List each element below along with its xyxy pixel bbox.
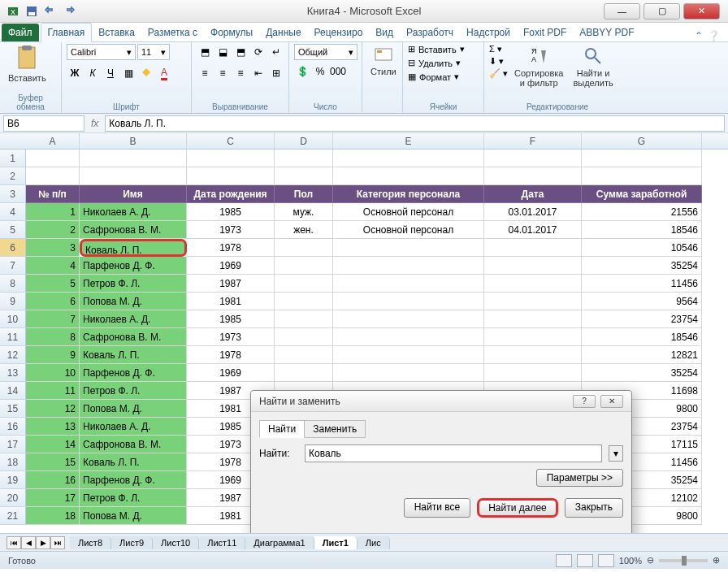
font-name-combo[interactable]: Calibri▾ <box>67 44 136 60</box>
sheet-tab[interactable]: Лист10 <box>153 536 199 549</box>
data-cell[interactable]: 1973 <box>187 328 275 346</box>
data-cell[interactable]: Сафронова В. М. <box>80 436 187 453</box>
help-icon[interactable]: ❔ <box>708 30 720 41</box>
row-header[interactable]: 17 <box>0 436 26 453</box>
data-cell[interactable]: Коваль Л. П. <box>80 346 187 364</box>
col-header-G[interactable]: G <box>582 133 702 149</box>
merge-button[interactable]: ⊞ <box>268 65 284 81</box>
comma-button[interactable]: 000 <box>330 63 346 80</box>
data-cell[interactable] <box>275 346 333 364</box>
cell[interactable] <box>582 167 702 185</box>
data-cell[interactable]: 1985 <box>187 310 275 328</box>
data-cell[interactable]: 1 <box>26 203 80 221</box>
row-header[interactable]: 18 <box>0 453 26 471</box>
cell[interactable] <box>26 150 80 167</box>
align-right-button[interactable]: ≡ <box>232 65 249 81</box>
find-input[interactable] <box>305 444 602 462</box>
dialog-tab-replace[interactable]: Заменить <box>305 420 366 438</box>
delete-cells-button[interactable]: ⊟Удалить ▾ <box>408 58 461 68</box>
row-header[interactable]: 21 <box>0 507 26 525</box>
row-header[interactable]: 13 <box>0 364 26 382</box>
data-cell[interactable]: Парфенов Д. Ф. <box>80 257 187 275</box>
data-cell[interactable] <box>484 346 582 364</box>
header-cell[interactable]: Сумма заработной <box>582 185 702 203</box>
cell[interactable] <box>333 167 484 185</box>
data-cell[interactable]: 17 <box>26 489 80 507</box>
data-cell[interactable]: 12 <box>26 400 80 418</box>
cell[interactable] <box>275 150 333 167</box>
ribbon-tab-file[interactable]: Файл <box>2 24 39 41</box>
cell[interactable] <box>187 167 275 185</box>
row-header[interactable]: 9 <box>0 293 26 310</box>
sheet-tab[interactable]: Диаграмма1 <box>245 536 314 549</box>
data-cell[interactable]: 13 <box>26 418 80 436</box>
header-cell[interactable]: № п/п <box>26 185 80 203</box>
cell[interactable] <box>582 150 702 167</box>
data-cell[interactable]: 10546 <box>582 239 702 257</box>
row-header[interactable]: 14 <box>0 382 26 400</box>
data-cell[interactable]: 9 <box>26 346 80 364</box>
insert-cells-button[interactable]: ⊞Вставить ▾ <box>408 44 465 54</box>
cell[interactable] <box>26 167 80 185</box>
name-box[interactable]: B6 <box>3 115 84 132</box>
data-cell[interactable]: 35254 <box>582 364 702 382</box>
zoom-out-button[interactable]: ⊖ <box>647 555 654 566</box>
data-cell[interactable]: 14 <box>26 436 80 453</box>
row-header[interactable]: 4 <box>0 203 26 221</box>
row-header[interactable]: 5 <box>0 221 26 239</box>
number-format-combo[interactable]: Общий▾ <box>294 44 358 60</box>
data-cell[interactable]: 6 <box>26 293 80 310</box>
find-all-button[interactable]: Найти все <box>404 498 471 518</box>
redo-button[interactable] <box>61 3 77 20</box>
styles-button[interactable]: Стили <box>367 44 400 78</box>
data-cell[interactable] <box>333 239 484 257</box>
row-header[interactable]: 11 <box>0 328 26 346</box>
minimize-ribbon-button[interactable]: ⌃ <box>695 30 703 41</box>
clear-button[interactable]: 🧹 ▾ <box>489 68 508 79</box>
data-cell[interactable]: 04.01.2017 <box>484 221 582 239</box>
data-cell[interactable] <box>484 310 582 328</box>
data-cell[interactable] <box>275 310 333 328</box>
cell[interactable] <box>80 150 187 167</box>
data-cell[interactable]: Коваль Л. П. <box>80 453 187 471</box>
data-cell[interactable] <box>484 364 582 382</box>
data-cell[interactable]: жен. <box>275 221 333 239</box>
data-cell[interactable]: Сафронова В. М. <box>80 328 187 346</box>
save-button[interactable] <box>24 3 40 20</box>
data-cell[interactable]: 1985 <box>187 203 275 221</box>
view-pagebreak-button[interactable] <box>598 554 614 567</box>
data-cell[interactable] <box>333 310 484 328</box>
align-left-button[interactable]: ≡ <box>197 65 213 81</box>
data-cell[interactable]: 18546 <box>582 221 702 239</box>
data-cell[interactable]: Попова М. Д. <box>80 400 187 418</box>
data-cell[interactable] <box>333 275 484 293</box>
orientation-button[interactable]: ⟳ <box>250 44 266 60</box>
format-cells-button[interactable]: ▦Формат ▾ <box>408 72 459 82</box>
dialog-help-button[interactable]: ? <box>573 395 596 408</box>
data-cell[interactable]: 11 <box>26 382 80 400</box>
options-button[interactable]: Параметры >> <box>536 469 623 487</box>
font-size-combo[interactable]: 11▾ <box>137 44 170 60</box>
underline-button[interactable]: Ч <box>102 65 119 81</box>
italic-button[interactable]: К <box>84 65 101 81</box>
row-header[interactable]: 6 <box>0 239 26 257</box>
data-cell[interactable]: 18 <box>26 507 80 525</box>
data-cell[interactable] <box>275 239 333 257</box>
find-next-button[interactable]: Найти далее <box>477 498 558 518</box>
data-cell[interactable]: Николаев А. Д. <box>80 418 187 436</box>
data-cell[interactable]: 5 <box>26 275 80 293</box>
currency-button[interactable]: 💲 <box>294 63 310 80</box>
data-cell[interactable]: 1978 <box>187 346 275 364</box>
row-header[interactable]: 3 <box>0 185 26 203</box>
row-header[interactable]: 10 <box>0 310 26 328</box>
align-top-button[interactable]: ⬒ <box>197 44 213 60</box>
cell[interactable] <box>333 150 484 167</box>
bold-button[interactable]: Ж <box>67 65 83 81</box>
dialog-close-button[interactable]: ✕ <box>600 395 623 408</box>
ribbon-tab-developer[interactable]: Разработч <box>400 24 460 41</box>
data-cell[interactable] <box>484 257 582 275</box>
data-cell[interactable]: Парфенов Д. Ф. <box>80 364 187 382</box>
col-header-C[interactable]: C <box>187 133 275 149</box>
data-cell[interactable]: 4 <box>26 257 80 275</box>
header-cell[interactable]: Пол <box>275 185 333 203</box>
